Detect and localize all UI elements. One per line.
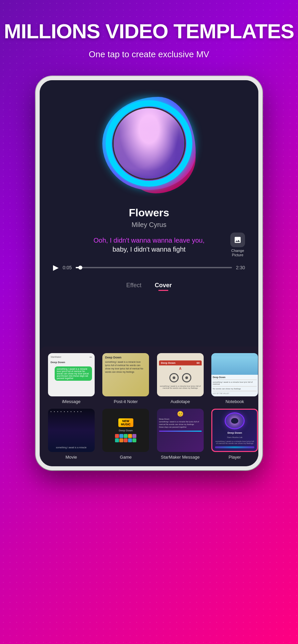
page-title: MILLIONS VIDEO TEMPLATES xyxy=(4,20,294,43)
time-total: 2:30 xyxy=(236,265,245,270)
lyrics-line1: Ooh, I didn't wanna wanna leave you, xyxy=(46,237,252,244)
tab-cover[interactable]: Cover xyxy=(155,282,172,289)
game-board xyxy=(115,434,136,442)
player-artist: Stars Muzika Lab xyxy=(227,436,242,438)
time-current: 0:05 xyxy=(63,265,72,270)
song-title: Flowers xyxy=(129,207,169,219)
progress-dot xyxy=(78,266,82,270)
imessage-bubble: something I await is a miracle love lyri… xyxy=(55,366,92,381)
template-thumb-notebook: Deep Down something I await is a miracle… xyxy=(211,353,258,396)
template-label-postit: Post-it Noter xyxy=(114,399,138,404)
page-subheadline: One tap to create exclusive MV xyxy=(89,49,209,60)
tape-reel-right xyxy=(182,373,191,382)
tape-header: Deep Down 60 xyxy=(159,360,202,365)
imessage-header: StarMaker ••• xyxy=(51,356,92,358)
tab-effect[interactable]: Effect xyxy=(126,282,142,289)
template-item-starmaker[interactable]: 😊 Deep Downsomething I await is a miracl… xyxy=(155,409,205,460)
template-thumb-movie: something I await is a miracle xyxy=(48,409,95,452)
template-label-starmaker: StarMaker Message xyxy=(161,455,200,460)
tape-reels xyxy=(169,373,191,382)
notebook-lines: Deep Down something I await is a miracle… xyxy=(211,375,258,396)
template-label-imessage: iMessage xyxy=(62,399,81,404)
template-thumb-game: NEWMUSIC Deep Down xyxy=(102,409,149,452)
template-label-player: Player xyxy=(229,455,241,460)
album-art xyxy=(112,107,186,180)
game-title: NEWMUSIC xyxy=(118,418,133,427)
template-item-audiotape[interactable]: Deep Down 60 A something I await is a mi… xyxy=(155,353,205,404)
template-label-notebook: Notebook xyxy=(225,399,244,404)
template-thumb-postit: Deep Down something I await is a miracle… xyxy=(102,353,149,396)
template-item-player[interactable]: Deep Down Stars Muzika Lab something I a… xyxy=(210,409,260,460)
template-grid-section: StarMaker ••• Deep Down something I awai… xyxy=(40,346,262,466)
tabs-row: Effect Cover xyxy=(126,282,172,294)
template-item-imessage[interactable]: StarMaker ••• Deep Down something I awai… xyxy=(46,353,96,404)
template-item-notebook[interactable]: Deep Down something I await is a miracle… xyxy=(210,353,260,404)
player-song-title: Deep Down xyxy=(227,431,242,434)
template-grid: StarMaker ••• Deep Down something I awai… xyxy=(46,353,260,460)
change-picture-label: ChangePicture xyxy=(231,249,244,257)
template-item-game[interactable]: NEWMUSIC Deep Down xyxy=(101,409,151,460)
phone-wrapper: Flowers Miley Cyrus Ooh, I didn't wanna … xyxy=(29,76,269,470)
lyrics-line2: baby, I didn't wanna fight xyxy=(46,246,252,253)
song-artist: Miley Cyrus xyxy=(132,221,166,229)
phone-frame: Flowers Miley Cyrus Ooh, I didn't wanna … xyxy=(36,76,262,470)
starmaker-logo: 😊 xyxy=(159,411,202,417)
album-art-image xyxy=(114,108,184,179)
lyrics-container: Ooh, I didn't wanna wanna leave you, bab… xyxy=(46,237,252,253)
progress-track[interactable] xyxy=(76,267,232,268)
play-button[interactable]: ▶ xyxy=(53,263,59,272)
template-label-audiotape: Audiotape xyxy=(170,399,190,404)
progress-container: ▶ 0:05 2:30 xyxy=(46,263,252,272)
album-art-container xyxy=(96,90,202,197)
player-wave xyxy=(215,446,254,449)
image-icon xyxy=(234,236,242,244)
template-label-movie: Movie xyxy=(65,455,77,460)
player-disc xyxy=(225,412,245,429)
template-item-movie[interactable]: something I await is a miracle Movie xyxy=(46,409,96,460)
progress-bar-row: ▶ 0:05 2:30 xyxy=(53,263,245,272)
template-item-postit[interactable]: Deep Down something I await is a miracle… xyxy=(101,353,151,404)
change-picture-icon xyxy=(230,233,245,247)
phone-screen: Flowers Miley Cyrus Ooh, I didn't wanna … xyxy=(40,80,258,353)
template-thumb-audiotape: Deep Down 60 A something I await is a mi… xyxy=(157,353,204,396)
change-picture-button[interactable]: ChangePicture xyxy=(230,233,245,257)
template-thumb-imessage: StarMaker ••• Deep Down something I awai… xyxy=(48,353,95,396)
template-label-game: Game xyxy=(120,455,132,460)
tape-reel-left xyxy=(169,373,179,382)
page-wrapper: MILLIONS VIDEO TEMPLATES One tap to crea… xyxy=(0,0,298,470)
movie-stars xyxy=(48,409,95,452)
template-thumb-starmaker: 😊 Deep Downsomething I await is a miracl… xyxy=(157,409,204,452)
template-thumb-player: Deep Down Stars Muzika Lab something I a… xyxy=(211,409,258,452)
